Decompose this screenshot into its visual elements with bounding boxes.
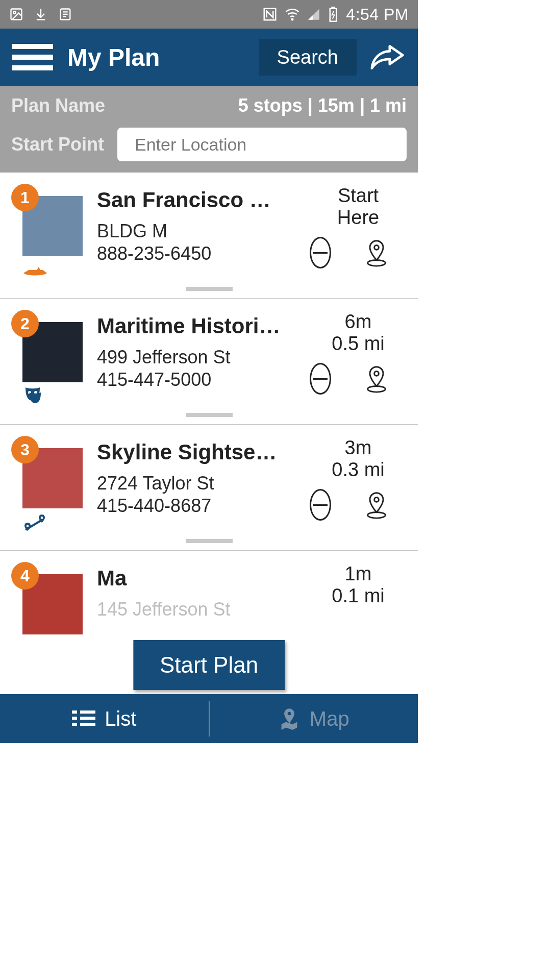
stop-address: BLDG M xyxy=(97,220,305,242)
search-button[interactable]: Search xyxy=(259,39,357,76)
stop-badge: 4 xyxy=(11,562,39,590)
svg-point-4 xyxy=(292,19,293,20)
bottom-nav: List Map xyxy=(0,694,418,743)
nfc-icon xyxy=(262,7,278,22)
svg-text:A: A xyxy=(26,524,29,528)
app-bar: My Plan Search xyxy=(0,29,418,86)
remove-button[interactable] xyxy=(310,363,331,395)
stop-meta-1: 3m xyxy=(310,437,407,459)
wifi-icon xyxy=(285,7,300,22)
drag-handle[interactable] xyxy=(186,287,233,291)
menu-button[interactable] xyxy=(12,44,53,70)
tab-map-label: Map xyxy=(310,707,349,730)
locate-button[interactable] xyxy=(362,489,391,521)
svg-rect-19 xyxy=(72,710,77,714)
stop-title: Skyline Sightseeing xyxy=(97,440,281,464)
stop-meta-2: Here xyxy=(310,207,407,229)
stop-item[interactable]: 1 San Francisco Wh... BLDG M 888-235-645… xyxy=(0,173,418,299)
stop-address: 499 Jefferson St xyxy=(97,347,305,368)
stop-meta-1: 6m xyxy=(310,311,407,333)
start-point-input[interactable] xyxy=(117,128,407,161)
start-point-label: Start Point xyxy=(11,134,104,155)
svg-point-1 xyxy=(13,11,16,14)
tab-map[interactable]: Map xyxy=(210,694,418,743)
boat-icon xyxy=(22,259,87,282)
status-right: 4:54 PM xyxy=(262,5,409,24)
status-left-icons xyxy=(9,7,72,21)
stop-meta-2: 0.5 mi xyxy=(310,333,407,355)
list-icon xyxy=(72,709,95,728)
drag-handle[interactable] xyxy=(186,539,233,543)
svg-point-25 xyxy=(288,712,291,716)
signal-icon xyxy=(307,8,320,21)
svg-rect-20 xyxy=(72,717,77,720)
plan-header: Plan Name 5 stops | 15m | 1 mi Start Poi… xyxy=(0,86,418,173)
theater-icon xyxy=(22,385,87,408)
tab-list-label: List xyxy=(105,707,136,730)
stop-badge: 2 xyxy=(11,310,39,337)
page-title: My Plan xyxy=(67,43,259,71)
status-time: 4:54 PM xyxy=(346,5,409,24)
stop-list: 1 San Francisco Wh... BLDG M 888-235-645… xyxy=(0,173,418,655)
share-icon[interactable] xyxy=(370,43,406,71)
status-bar: 4:54 PM xyxy=(0,0,418,29)
stop-item[interactable]: 4 Ma 145 Jefferson St 1m 0.1 mi xyxy=(0,551,418,655)
plan-name-label: Plan Name xyxy=(11,95,105,116)
svg-rect-21 xyxy=(72,723,77,726)
stop-badge: 1 xyxy=(11,184,39,211)
stop-title: Maritime Historic ... xyxy=(97,314,281,338)
stop-item[interactable]: 2 Maritime Historic ... 499 Jefferson St… xyxy=(0,299,418,425)
battery-icon xyxy=(328,7,339,22)
stop-phone: 415-440-8687 xyxy=(97,495,305,517)
stop-phone: 888-235-6450 xyxy=(97,243,305,264)
tab-list[interactable]: List xyxy=(0,694,209,743)
stop-meta-1: 1m xyxy=(310,563,407,585)
svg-rect-23 xyxy=(80,717,95,720)
svg-rect-22 xyxy=(80,710,95,714)
locate-button[interactable] xyxy=(362,363,391,395)
svg-text:B: B xyxy=(40,516,43,520)
svg-point-11 xyxy=(374,372,379,376)
clipboard-icon xyxy=(58,7,72,21)
svg-rect-6 xyxy=(332,7,335,9)
stop-address: 145 Jefferson St xyxy=(97,599,305,620)
remove-button[interactable] xyxy=(310,489,331,521)
stop-meta-2: 0.3 mi xyxy=(310,459,407,481)
plan-stats: 5 stops | 15m | 1 mi xyxy=(238,95,407,116)
drag-handle[interactable] xyxy=(186,413,233,417)
stop-title: San Francisco Wh... xyxy=(97,188,281,212)
route-icon: BA xyxy=(22,511,87,534)
svg-point-17 xyxy=(374,498,379,502)
locate-button[interactable] xyxy=(362,237,391,268)
remove-button[interactable] xyxy=(310,237,331,268)
stop-address: 2724 Taylor St xyxy=(97,473,305,494)
svg-point-7 xyxy=(374,246,379,250)
stop-meta-2: 0.1 mi xyxy=(310,585,407,607)
stop-title: Ma xyxy=(97,566,281,591)
stop-badge: 3 xyxy=(11,436,39,463)
start-plan-button[interactable]: Start Plan xyxy=(133,640,285,690)
stop-item[interactable]: 3 BA Skyline Sightseeing 2724 Taylor St … xyxy=(0,425,418,551)
stop-meta-1: Start xyxy=(310,185,407,207)
map-pin-icon xyxy=(278,707,300,730)
stop-phone: 415-447-5000 xyxy=(97,369,305,390)
image-icon xyxy=(9,7,23,21)
download-icon xyxy=(34,7,48,21)
svg-rect-24 xyxy=(80,723,95,726)
